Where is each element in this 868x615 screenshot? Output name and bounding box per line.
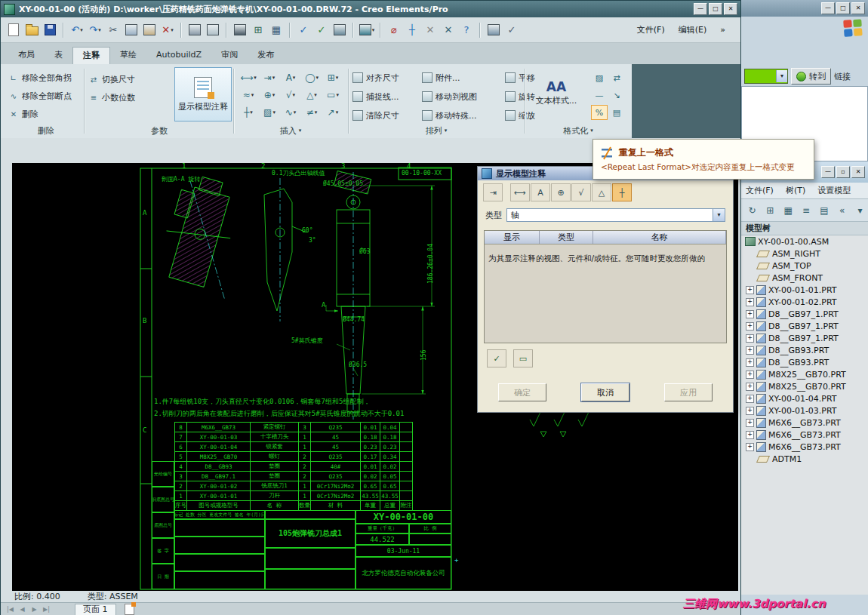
column-header-1[interactable]: 显示 [485, 231, 540, 244]
balloon-button[interactable]: ◯▾ [301, 69, 322, 86]
chevron-down-icon[interactable]: ▾ [776, 70, 787, 82]
columns-button[interactable]: ▤ [816, 202, 832, 218]
break-button[interactable]: ≠▾ [301, 103, 322, 121]
model-tree[interactable]: XY-00-01-00.ASMASM_RIGHTASM_TOPASM_FRONT… [741, 235, 868, 595]
tree-item[interactable]: ADTM1 [741, 453, 868, 465]
previous-page-button[interactable]: ◀ [17, 606, 27, 613]
group-title-params[interactable]: 参数 [88, 125, 230, 137]
tree-item[interactable]: +XY-00-01-03.PRT [741, 404, 868, 417]
find-button[interactable] [232, 22, 248, 38]
group-title-insert[interactable]: 插入▾ [238, 125, 343, 137]
maximize-button[interactable]: □ [836, 2, 850, 14]
datum-axes-button[interactable]: ┼ [404, 22, 420, 38]
dimension-button[interactable]: ⟷▾ [238, 69, 259, 86]
ordinate-dimension-button[interactable]: ⇥▾ [259, 69, 280, 86]
line-style-icon[interactable]: — [591, 88, 608, 103]
cut-button[interactable]: ✂ [105, 22, 122, 38]
tree-item[interactable]: +XY-00-01-02.PRT [741, 296, 868, 308]
regenerate-button[interactable]: ✓ [313, 22, 330, 38]
tree-item[interactable]: +D8__GB97_1.PRT [741, 320, 868, 332]
save-button[interactable] [42, 22, 58, 38]
filter-button[interactable]: ≡ [799, 202, 814, 218]
cells-button[interactable]: ▦ [268, 22, 285, 38]
minimize-button[interactable]: — [821, 166, 835, 178]
dimension-annotation-button[interactable]: ⟷ [510, 183, 530, 201]
grid-button[interactable]: ⊞ [250, 22, 266, 38]
delete-button[interactable]: ✕▾ [159, 22, 176, 38]
address-combobox[interactable]: ▾ [744, 69, 788, 84]
ribbon-tab-7[interactable]: 发布 [248, 47, 284, 63]
restore-button[interactable]: ▫ [836, 166, 850, 178]
axis-annotation-button[interactable]: ┼ [612, 183, 632, 201]
next-page-button[interactable]: ▶ [29, 606, 39, 613]
tree-item[interactable]: +M8X25__GB70.PRT [741, 380, 868, 392]
hatching-icon[interactable]: ▨ [591, 70, 608, 85]
tree-item[interactable]: +M8X25__GB70.PRT [741, 368, 868, 380]
jog-button[interactable]: ∿▾ [280, 103, 301, 121]
tree-item[interactable]: +D8__GB97_1.PRT [741, 332, 868, 344]
show-all-annotations-button[interactable]: ⇥ [483, 183, 503, 201]
expand-icon[interactable]: + [746, 322, 754, 331]
tree-item[interactable]: ASM_TOP [741, 260, 868, 272]
reference-dimension-button[interactable]: ≈▾ [238, 86, 259, 103]
close-button[interactable]: ✕ [724, 3, 737, 15]
symbol-button[interactable]: △▾ [301, 86, 322, 103]
redo-button[interactable]: ↷▾ [87, 22, 103, 38]
column-header-3[interactable]: 名称 [593, 231, 726, 244]
expand-icon[interactable]: + [746, 298, 754, 306]
cancel-button[interactable]: 取消 [581, 383, 629, 401]
symbol-annotation-button[interactable]: △ [592, 183, 611, 201]
group-title-format[interactable]: 格式化▾ [529, 125, 627, 137]
expand-icon[interactable]: + [746, 358, 754, 367]
note-annotation-button[interactable]: A [531, 183, 550, 201]
select-all-button[interactable]: ✓ [487, 349, 506, 367]
tree-item[interactable]: +D8__GB93.PRT [741, 356, 868, 368]
tree-item[interactable]: XY-00-01-00.ASM [741, 235, 868, 248]
datum-planes-button[interactable]: ⌀ [386, 22, 402, 38]
geometric-tolerance-button[interactable]: ⊕▾ [259, 86, 280, 103]
view-manager-button[interactable]: ▾ [359, 22, 375, 38]
switch-dimensions-button[interactable]: ⇄切换尺寸 [88, 70, 170, 88]
move-special-button[interactable]: 移动特殊... [422, 106, 505, 125]
show-model-annotations-button[interactable]: 显示模型注释 [174, 67, 232, 121]
page-tab[interactable]: 页面 1 [75, 604, 116, 615]
ok-button[interactable]: 确定 [498, 383, 546, 401]
tree-item[interactable]: +M6X6__GB73.PRT [741, 417, 868, 429]
close-button[interactable]: ✕ [851, 166, 865, 178]
cleanup-dimensions-button[interactable]: 清除尺寸 [352, 106, 422, 125]
expand-icon[interactable]: + [746, 334, 754, 343]
go-button[interactable]: 转到 [791, 68, 831, 85]
refresh-tree-button[interactable]: ↻ [744, 202, 760, 218]
expand-icon[interactable]: + [746, 443, 754, 451]
more-options-button[interactable]: ▾ [852, 202, 868, 218]
expand-icon[interactable]: + [746, 371, 754, 379]
expand-icon[interactable]: + [746, 407, 754, 415]
expand-icon[interactable]: + [746, 346, 754, 355]
print-preview-button[interactable] [205, 22, 221, 38]
collapse-panel-button[interactable]: « [834, 202, 850, 218]
search-button[interactable] [331, 22, 348, 38]
ribbon-tab-1[interactable]: 布局 [8, 47, 45, 63]
window-titlebar[interactable]: XY-00-01-00 (活动的) D:\worker\压药精铣药面炮弹铣专机\… [1, 1, 740, 17]
chevron-down-icon[interactable]: ▾ [713, 209, 725, 221]
tree-item[interactable]: +XY-00-01-01.PRT [741, 284, 868, 296]
background-window-titlebar[interactable]: — □ ✕ [741, 0, 868, 17]
new-sheet-icon[interactable] [125, 604, 134, 615]
annotations-table[interactable]: 显示类型名称 为其显示注释的视图、元件和/或特征。您可随时更改您所做的 [484, 230, 727, 343]
tree-item[interactable]: ASM_RIGHT [741, 248, 868, 260]
copy-format-icon[interactable]: ⇄ [608, 70, 625, 85]
tree-item[interactable]: +XY-00-01-04.PRT [741, 392, 868, 404]
remove-all-breaks-button[interactable]: ∿移除全部断点 [8, 87, 84, 105]
ribbon-tab-6[interactable]: 审阅 [211, 47, 248, 63]
menu-edit[interactable]: 编辑(E) [679, 24, 707, 35]
first-page-button[interactable]: |◀ [5, 606, 15, 613]
ribbon-tab-3[interactable]: 注释 [72, 47, 110, 64]
tree-item[interactable]: +M6X6__GB73.PRT [741, 441, 868, 453]
expand-icon[interactable]: + [746, 431, 754, 439]
expand-icon[interactable]: + [746, 286, 754, 294]
delete-button[interactable]: ✕删除 [8, 105, 84, 123]
snap-lines-button[interactable]: 捕捉线... [352, 88, 422, 106]
last-page-button[interactable]: ▶| [42, 606, 51, 613]
arrow-button[interactable]: ↗▾ [322, 103, 343, 121]
minimize-button[interactable]: — [694, 3, 707, 15]
